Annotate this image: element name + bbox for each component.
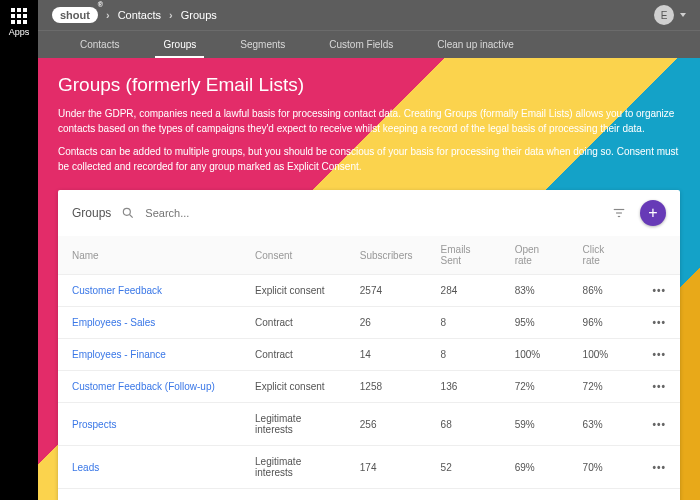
col-header[interactable] [637, 236, 681, 275]
table-body: Customer FeedbackExplicit consent2574284… [58, 275, 680, 501]
cell-name: Employees - Sales [58, 307, 241, 339]
cell-subscribers: 1258 [346, 371, 427, 403]
col-header[interactable]: Subscribers [346, 236, 427, 275]
col-header[interactable]: Click rate [569, 236, 637, 275]
svg-line-1 [130, 215, 133, 218]
cell-consent: Legitimate interests [241, 403, 346, 446]
chevron-right-icon: › [169, 9, 173, 21]
cell-sent: 52 [427, 446, 501, 489]
card-header: Groups + [58, 190, 680, 236]
cell-subscribers: 126 [346, 489, 427, 501]
page-description-1: Under the GDPR, companies need a lawful … [58, 106, 680, 136]
cell-click: 100% [569, 339, 637, 371]
cell-sent: 136 [427, 371, 501, 403]
row-menu-button[interactable]: ••• [637, 339, 681, 371]
cell-consent: Contract [241, 307, 346, 339]
table-row: Customer FeedbackExplicit consent2574284… [58, 275, 680, 307]
cell-click: 86% [569, 275, 637, 307]
cell-sent: 36 [427, 489, 501, 501]
add-group-button[interactable]: + [640, 200, 666, 226]
tab-custom-fields[interactable]: Custom Fields [307, 31, 415, 58]
cell-open: 85% [501, 489, 569, 501]
col-header[interactable]: Emails Sent [427, 236, 501, 275]
row-menu-button[interactable]: ••• [637, 307, 681, 339]
cell-name: Employees - Finance [58, 339, 241, 371]
search-input[interactable] [145, 207, 285, 219]
cell-consent: Legitimate interests [241, 446, 346, 489]
cell-subscribers: 174 [346, 446, 427, 489]
groups-table: NameConsentSubscribersEmails SentOpen ra… [58, 236, 680, 500]
cell-subscribers: 26 [346, 307, 427, 339]
cell-sent: 8 [427, 307, 501, 339]
col-header[interactable]: Name [58, 236, 241, 275]
table-header-row: NameConsentSubscribersEmails SentOpen ra… [58, 236, 680, 275]
table-row: Employees - FinanceContract148100%100%••… [58, 339, 680, 371]
cell-subscribers: 256 [346, 403, 427, 446]
page-content: Groups (formerly Email Lists) Under the … [38, 58, 700, 500]
cell-consent: Explicit consent [241, 371, 346, 403]
col-header[interactable]: Open rate [501, 236, 569, 275]
cell-open: 83% [501, 275, 569, 307]
cell-open: 95% [501, 307, 569, 339]
brand-logo[interactable]: shout [52, 7, 98, 23]
page-title: Groups (formerly Email Lists) [58, 74, 680, 96]
cell-click: 72% [569, 371, 637, 403]
row-menu-button[interactable]: ••• [637, 275, 681, 307]
table-row: ProspectsLegitimate interests2566859%63%… [58, 403, 680, 446]
cell-name: Enterprise Customers [58, 489, 241, 501]
chevron-right-icon: › [106, 9, 110, 21]
cell-name: Customer Feedback (Follow-up) [58, 371, 241, 403]
group-link[interactable]: Employees - Finance [72, 349, 166, 360]
top-bar: shout › Contacts › Groups E [38, 0, 700, 30]
cell-name: Leads [58, 446, 241, 489]
cell-open: 59% [501, 403, 569, 446]
cell-click: 70% [569, 446, 637, 489]
apps-icon [11, 8, 27, 24]
group-link[interactable]: Customer Feedback (Follow-up) [72, 381, 215, 392]
group-link[interactable]: Leads [72, 462, 99, 473]
tab-contacts[interactable]: Contacts [58, 31, 141, 58]
table-row: Customer Feedback (Follow-up)Explicit co… [58, 371, 680, 403]
card-title: Groups [72, 206, 111, 220]
table-row: LeadsLegitimate interests1745269%70%••• [58, 446, 680, 489]
cell-open: 72% [501, 371, 569, 403]
row-menu-button[interactable]: ••• [637, 403, 681, 446]
cell-consent: Explicit consent [241, 275, 346, 307]
search-icon [121, 206, 135, 220]
breadcrumb-current: Groups [181, 9, 217, 21]
cell-consent: Explicit consent [241, 489, 346, 501]
cell-click: 96% [569, 307, 637, 339]
table-row: Enterprise CustomersExplicit consent1263… [58, 489, 680, 501]
row-menu-button[interactable]: ••• [637, 489, 681, 501]
cell-open: 69% [501, 446, 569, 489]
tab-groups[interactable]: Groups [141, 31, 218, 58]
page-description-2: Contacts can be added to multiple groups… [58, 144, 680, 174]
breadcrumb-parent[interactable]: Contacts [118, 9, 161, 21]
apps-label: Apps [9, 27, 30, 37]
tab-clean-up-inactive[interactable]: Clean up inactive [415, 31, 536, 58]
tab-segments[interactable]: Segments [218, 31, 307, 58]
chevron-down-icon[interactable] [680, 13, 686, 17]
cell-click: 63% [569, 403, 637, 446]
row-menu-button[interactable]: ••• [637, 446, 681, 489]
cell-subscribers: 2574 [346, 275, 427, 307]
col-header[interactable]: Consent [241, 236, 346, 275]
svg-point-0 [124, 208, 131, 215]
group-link[interactable]: Employees - Sales [72, 317, 155, 328]
avatar[interactable]: E [654, 5, 674, 25]
row-menu-button[interactable]: ••• [637, 371, 681, 403]
groups-card: Groups + NameConsentSubscribersEmails Se… [58, 190, 680, 500]
filter-button[interactable] [608, 202, 630, 224]
cell-name: Prospects [58, 403, 241, 446]
table-row: Employees - SalesContract26895%96%••• [58, 307, 680, 339]
cell-sent: 284 [427, 275, 501, 307]
cell-name: Customer Feedback [58, 275, 241, 307]
cell-click: 89% [569, 489, 637, 501]
group-link[interactable]: Customer Feedback [72, 285, 162, 296]
apps-rail[interactable]: Apps [0, 0, 38, 500]
cell-open: 100% [501, 339, 569, 371]
sub-nav: ContactsGroupsSegmentsCustom FieldsClean… [38, 30, 700, 58]
cell-subscribers: 14 [346, 339, 427, 371]
cell-consent: Contract [241, 339, 346, 371]
group-link[interactable]: Prospects [72, 419, 116, 430]
